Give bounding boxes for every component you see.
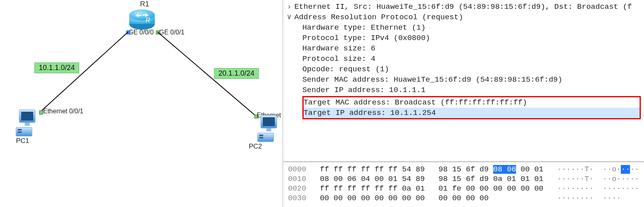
svg-rect-11 [18, 129, 22, 131]
arp-sender-ip[interactable]: Sender IP address: 10.1.1.1 [283, 85, 644, 95]
pc1-port: Ethernet 0/0/1 [43, 108, 84, 115]
svg-rect-15 [266, 128, 271, 131]
arp-summary-row[interactable]: ∨Address Resolution Protocol (request) [283, 12, 644, 22]
pc2-icon[interactable] [257, 115, 281, 143]
arp-hw-type[interactable]: Hardware type: Ethernet (1) [283, 22, 644, 33]
pc1-icon[interactable] [15, 109, 39, 138]
hex-pane[interactable]: 0000 ff ff ff ff ff ff 54 89 98 15 6f d9… [283, 161, 644, 207]
collapse-icon[interactable]: ∨ [286, 12, 292, 22]
arp-target-ip[interactable]: Target IP address: 10.1.1.254 [304, 108, 640, 118]
hex-row-3[interactable]: 0030 00 00 00 00 00 00 00 00 00 00 00 00… [283, 193, 644, 203]
packet-tree[interactable]: ›Ethernet II, Src: HuaweiTe_15:6f:d9 (54… [283, 0, 644, 161]
topology-links [0, 0, 283, 207]
svg-rect-8 [21, 112, 33, 121]
pc1-label: PC1 [16, 137, 29, 145]
endpoint-pc1 [39, 111, 43, 115]
arp-hw-size[interactable]: Hardware size: 6 [283, 43, 644, 54]
hex-row-1[interactable]: 0010 08 00 06 04 00 01 54 89 98 15 6f d9… [283, 174, 644, 184]
svg-rect-17 [259, 135, 263, 136]
pc2-label: PC2 [249, 143, 262, 151]
hex-row-2[interactable]: 0020 ff ff ff ff ff ff 0a 01 01 fe 00 00… [283, 184, 644, 193]
hex-row-0[interactable]: 0000 ff ff ff ff ff ff 54 89 98 15 6f d9… [283, 165, 644, 174]
arp-opcode[interactable]: Opcode: request (1) [283, 64, 644, 74]
svg-rect-14 [263, 117, 275, 126]
svg-rect-9 [25, 123, 30, 126]
svg-rect-12 [18, 131, 22, 133]
packet-details-pane: ›Ethernet II, Src: HuaweiTe_15:6f:d9 (54… [283, 0, 644, 207]
topology-canvas[interactable]: R1 R GE 0/0/0 GE 0/ [0, 0, 283, 207]
arp-proto-type[interactable]: Protocol type: IPv4 (0x0800) [283, 33, 644, 43]
arp-proto-size[interactable]: Protocol size: 4 [283, 54, 644, 64]
expand-icon[interactable]: › [286, 2, 292, 12]
svg-rect-18 [259, 137, 263, 139]
eth-summary-row[interactable]: ›Ethernet II, Src: HuaweiTe_15:6f:d9 (54… [283, 2, 644, 12]
arp-target-mac[interactable]: Target MAC address: Broadcast (ff:ff:ff:… [304, 97, 640, 108]
subnet-right: 20.1.1.0/24 [214, 68, 259, 79]
subnet-left: 10.1.1.0/24 [34, 62, 79, 73]
arp-sender-mac[interactable]: Sender MAC address: HuaweiTe_15:6f:d9 (5… [283, 74, 644, 85]
highlight-box: Target MAC address: Broadcast (ff:ff:ff:… [302, 96, 641, 119]
